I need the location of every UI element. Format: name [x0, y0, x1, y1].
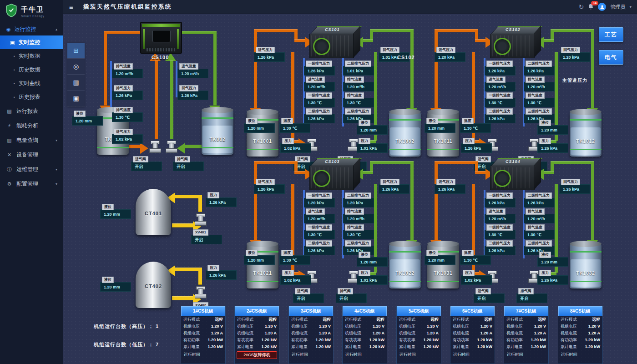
logo-title: 千牛卫	[21, 5, 45, 14]
valve[interactable]	[195, 285, 206, 298]
compressor-view-button[interactable]: ⊞	[67, 43, 85, 59]
sensor-tag: 温度	[462, 118, 474, 124]
compressor-CS102[interactable]: CS102	[490, 26, 541, 58]
sensor-value: 1.26 kPa	[537, 275, 568, 285]
sidebar-item-配置管理[interactable]: ⚙配置管理▾	[0, 177, 63, 191]
panel-header-button[interactable]: 6#CS机组	[450, 306, 495, 316]
sensor-tag: 回气压力	[561, 179, 580, 185]
panel-header-button[interactable]: 2#CS机组	[235, 306, 279, 316]
panel-row-value: 1.20 kW	[207, 337, 223, 343]
pipe	[180, 31, 217, 34]
panel-header-button[interactable]: 8#CS机组	[558, 306, 602, 316]
sensor-label: 进气流量1.20 m³/h	[485, 206, 516, 223]
panel-row-value: 1.20 kW	[477, 337, 492, 343]
logo-text: 千牛卫 Smart Energy	[21, 5, 45, 18]
pipe	[544, 39, 554, 42]
pipe	[254, 161, 257, 240]
sidebar-item-realtime-data[interactable]: ▪ 实时数据	[0, 49, 63, 63]
sensor-tag: 排气流量	[114, 63, 133, 70]
sidebar-item-设备管理[interactable]: ✕设备管理	[0, 147, 63, 162]
stat-label: 机组运行台数（低压）：	[94, 342, 154, 347]
panel-header-button[interactable]: 1#CS机组	[181, 306, 225, 316]
tank-TK1032: TK1032	[570, 244, 602, 288]
sensor-label: 回气压力1.26 kPa	[177, 83, 208, 100]
logo-subtitle: Smart Energy	[21, 15, 45, 18]
sensor-tag: 二级排气压力	[345, 192, 371, 199]
pipe	[175, 195, 202, 198]
canvas-toolbar: ⊞◎▥▣	[67, 43, 85, 106]
panel-row-label: 累计电量	[399, 344, 415, 350]
panel-header-button[interactable]: 3#CS机组	[289, 306, 333, 316]
page-title: 撬装天然气压缩机组监控系统	[83, 3, 172, 11]
refresh-icon[interactable]: ↻	[579, 3, 584, 10]
sidebar-item-运维管理[interactable]: ⓘ运维管理▾	[0, 162, 63, 177]
sensor-label: 排气阀开启	[516, 286, 547, 303]
hamburger-menu-icon[interactable]: ≡	[69, 3, 73, 11]
sensor-value: 1.26 kPa	[379, 184, 410, 194]
sidebar-item-能耗分析[interactable]: ⚡能耗分析	[0, 118, 63, 133]
compressor-CS100[interactable]	[140, 22, 182, 54]
valve-view-button[interactable]: ▥	[67, 75, 85, 91]
panel-row-label: 有功功率	[345, 337, 361, 343]
pipe	[410, 161, 414, 240]
logo: 千牛卫 Smart Energy	[0, 0, 63, 23]
sensor-label: 压力1.02 kPa	[461, 268, 492, 285]
scada-canvas: ⊞◎▥▣工艺电气CS102主管道压力机组运行台数（高压）：1机组运行台数（低压）…	[63, 14, 637, 364]
valve[interactable]	[149, 139, 160, 153]
pipe	[175, 268, 202, 271]
sensor-label: 排气阀开启	[173, 154, 204, 171]
menu-item-icon: ⓘ	[6, 166, 12, 173]
sidebar-group-monitoring[interactable]: ◉ 运行监控 ▴	[0, 23, 63, 35]
panel-row-value: 远程	[268, 317, 277, 323]
sensor-tag: XV401	[193, 229, 208, 236]
fault-alert-button[interactable]: 2#CS故障停机	[237, 351, 277, 359]
sensor-value: 开启	[336, 293, 367, 303]
sensor-tag: 液位	[426, 118, 438, 124]
sensor-label: 排气流量1.20 m³/h	[524, 206, 555, 223]
sidebar-item-运行报表[interactable]: ▤运行报表	[0, 104, 63, 118]
sidebar-item-history-report[interactable]: ▪ 历史报表	[0, 90, 63, 104]
dot-icon: ▪	[14, 81, 15, 86]
sidebar: 千牛卫 Smart Energy ◉ 运行监控 ▴ ▣ 实时监控 ▪ 实时数据 …	[0, 0, 63, 364]
sensor-tag: 二级排气压力	[486, 108, 513, 115]
sensor-tag: 一级排气压力	[486, 61, 513, 67]
panel-header-button[interactable]: 4#CS机组	[343, 306, 387, 316]
sensor-value: 1.26 kPa	[206, 270, 237, 280]
panel-header-button[interactable]: 5#CS机组	[397, 306, 441, 316]
view-button-工艺[interactable]: 工艺	[599, 27, 623, 42]
compressor-CS103[interactable]: CS103	[309, 158, 360, 190]
panel-row-value: 远程	[538, 317, 546, 323]
panel-row-label: 机组电流	[237, 330, 253, 336]
panel-header-button[interactable]: 7#CS机组	[504, 306, 548, 316]
unit-panel-7: 7#CS机组运行模式远程机组电压1.20 V机组电流1.20 A有功功率1.20…	[504, 306, 549, 364]
sensor-tag: 进气流量	[306, 76, 325, 83]
valve[interactable]	[195, 212, 206, 226]
compressor-CS104[interactable]: CS104	[490, 158, 541, 190]
panel-row-label: 有功功率	[183, 337, 200, 343]
sensor-label: 进气流量1.20 m³/h	[304, 74, 335, 91]
compressor-CS101[interactable]: CS101	[309, 26, 360, 58]
notification-bell-icon[interactable]: 14	[588, 4, 594, 10]
tank-view-button[interactable]: ◎	[67, 59, 85, 75]
sidebar-items: ▤运行报表⚡能耗分析▥电量查询▾✕设备管理ⓘ运维管理▾⚙配置管理▾	[0, 104, 63, 191]
user-name[interactable]: 管理员	[610, 4, 625, 10]
tank-name: TK1001	[247, 139, 278, 144]
sidebar-item-realtime-curve[interactable]: ▪ 实时曲线	[0, 76, 63, 90]
sensor-tag: 二级排气压力	[306, 240, 332, 247]
storage-view-button[interactable]: ▣	[67, 91, 85, 106]
avatar[interactable]	[598, 3, 606, 11]
sidebar-item-history-data[interactable]: ▪ 历史数据	[0, 63, 63, 76]
compressor-name: CS103	[325, 159, 340, 164]
panel-row: 机组电压1.20 V	[397, 323, 441, 330]
sidebar-group-label: 运行监控	[15, 25, 36, 33]
pipe	[170, 60, 173, 139]
sidebar-item-realtime-monitor[interactable]: ▣ 实时监控	[0, 35, 63, 49]
unit-panel-5: 5#CS机组运行模式远程机组电压1.20 V机组电流1.20 A有功功率1.20…	[396, 306, 441, 364]
valve[interactable]	[166, 139, 177, 153]
panel-row-label: 有功功率	[506, 337, 523, 343]
panel-row: 累计电量1.20 kW	[397, 344, 441, 350]
panel-row: 运行模式远程	[504, 316, 548, 323]
view-button-电气[interactable]: 电气	[599, 50, 623, 65]
sidebar-item-电量查询[interactable]: ▥电量查询▾	[0, 133, 63, 147]
panel-row-value: 远程	[484, 317, 492, 323]
